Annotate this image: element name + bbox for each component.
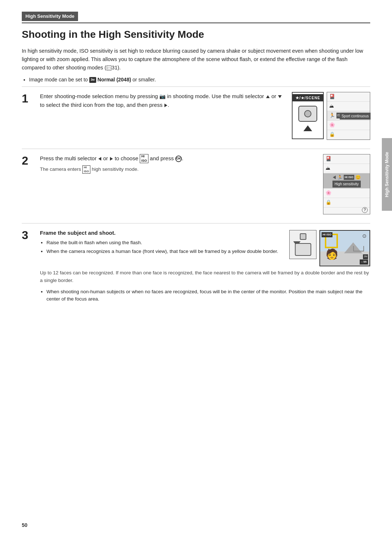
step2-tri-left: [333, 176, 336, 179]
step2-lock-icon: 🔒: [326, 199, 331, 206]
step-1: 1 Enter shooting-mode selection menu by …: [22, 86, 370, 140]
step-3-content-row: Frame the subject and shoot. Raise the b…: [40, 229, 370, 266]
step-2-text: Press the multi selector or to choose HI…: [40, 154, 317, 174]
hi-iso-inline-icon: HIISO: [82, 165, 90, 174]
flash-diagram: [289, 230, 317, 259]
scene-boat: [353, 246, 364, 251]
scene-top-bar: ★/★/SCENE: [293, 94, 323, 102]
step-3-diagrams: 🧑 HI ISO ⊙ 3M □ 55: [289, 230, 370, 266]
step-3-bullet-2: When the camera recognizes a human face …: [46, 248, 283, 255]
step-1-content-row: Enter shooting-mode selection menu by pr…: [40, 92, 370, 140]
page-container: High Sensitivity Mode Shooting in the Hi…: [0, 0, 392, 540]
ok-button-icon: OK: [175, 156, 182, 162]
page-number: 50: [22, 521, 28, 529]
icon-row-5: 🔒: [327, 130, 370, 140]
step-3-title: Frame the subject and shoot.: [40, 229, 283, 237]
high-sensitivity-tooltip: High sensitivity: [332, 181, 361, 188]
step-3-extra-text: Up to 12 faces can be recognized. If mor…: [40, 269, 370, 285]
tri-left-icon: [98, 157, 101, 161]
step-2-content-row: Press the multi selector or to choose HI…: [40, 154, 370, 214]
step2-icon-portrait: 🎴: [326, 155, 331, 162]
question-mark-icon: ?: [362, 207, 368, 213]
cam-count-prefix: □: [361, 261, 363, 263]
image-mode-bold: Normal (2048): [98, 77, 131, 82]
step2-icon-landscape: ⛰: [326, 165, 330, 172]
step-1-text: Enter shooting-mode selection menu by pr…: [40, 92, 283, 111]
icon-lock: 🔒: [329, 131, 335, 138]
icon-row-1: 🎴: [327, 92, 370, 102]
flash-head: [300, 233, 306, 240]
side-tab: High Sensitivity Mode: [382, 138, 392, 211]
side-tab-label: High Sensitivity Mode: [384, 152, 390, 197]
step-2-body: Press the multi selector or to choose HI…: [40, 154, 370, 214]
icon-camera-small: 🎴: [329, 93, 335, 100]
step2-icon-row-5: 🔒: [323, 198, 370, 207]
scene-person: 🧑: [326, 247, 338, 262]
step2-hi-iso-small: HI ISO: [344, 175, 354, 180]
flash-body: [295, 243, 311, 256]
intro-text-main: In high sensitivity mode, ISO sensitivit…: [22, 48, 363, 70]
step-1-body: Enter shooting-mode selection menu by pr…: [40, 92, 370, 140]
step2-sport-icon: 🏃: [337, 174, 343, 181]
camera-icon: 📷: [159, 93, 166, 101]
icon-row-2: ⛰: [327, 102, 370, 111]
page-title: Shooting in the High Sensitivity Mode: [22, 28, 370, 41]
cam-shot-count: □ 55: [360, 259, 368, 265]
triangle-up-icon: [266, 95, 270, 98]
step-1-number: 1: [22, 93, 40, 140]
scene-camera-lens: [304, 110, 311, 117]
step-2-desc: The camera enters HIISO high sensitivity…: [40, 165, 317, 174]
icon-flower: 🌸: [329, 121, 335, 129]
section-header: High Sensitivity Mode: [22, 12, 370, 23]
step-2: 2 Press the multi selector or to choose …: [22, 149, 370, 214]
cam-bottom-right-info: 3M □ 55: [360, 254, 368, 265]
step2-face-icon: 😊: [355, 174, 361, 181]
step2-panel-footer: ?: [323, 207, 370, 214]
step-3-number: 3: [22, 229, 40, 305]
section-header-title: High Sensitivity Mode: [22, 12, 78, 21]
intro-end: ).: [118, 65, 121, 70]
step-2-title: Press the multi selector or to choose HI…: [40, 154, 317, 164]
sport-continuous-tooltip: Sport continuous: [340, 113, 371, 120]
step2-icon-row-1: 🎴: [323, 154, 370, 164]
scene-selector-diagram: ★/★/SCENE: [292, 92, 324, 139]
icon-row-3-highlighted: 🏃 ISO 😊 Sport continuous: [327, 111, 370, 121]
intro-ref: 31: [112, 65, 118, 70]
intro-book-icon: □: [107, 65, 111, 70]
normal-icon: 3M: [89, 77, 96, 83]
step-2-number: 2: [22, 155, 40, 214]
icon-landscape: ⛰: [329, 102, 334, 110]
step-3-final-bullets: When shooting non-human subjects or when…: [46, 288, 370, 303]
step2-icon-row-2: ⛰: [323, 164, 370, 173]
step-3-body: Frame the subject and shoot. Raise the b…: [40, 229, 370, 305]
step-3: 3 Frame the subject and shoot. Raise the…: [22, 223, 370, 305]
step2-icon-row-3-active: 🏃 HI ISO 😊 High sensitivity: [323, 173, 370, 189]
tri-right-icon-2: [110, 157, 113, 161]
scene-camera-body: [298, 106, 317, 122]
step-2-panel: 🎴 ⛰ 🏃 HI ISO 😊: [323, 154, 370, 214]
step-3-bullet-1: Raise the built-in flash when using the …: [46, 239, 283, 247]
step2-active-icons: 🏃 HI ISO 😊: [332, 174, 360, 181]
scene-star-icon: ★/: [295, 96, 301, 100]
cam-3m-label: 3M: [363, 254, 368, 259]
image-mode-bullet-item: Image mode can be set to 3M Normal (2048…: [29, 76, 370, 84]
triangle-down-icon: [278, 95, 282, 98]
step-1-diagrams: ★/★/SCENE 🎴: [292, 92, 370, 140]
icon-row-4: 🌸: [327, 121, 370, 130]
step-3-text: Frame the subject and shoot. Raise the b…: [40, 229, 283, 257]
step2-flower-icon: 🌸: [326, 189, 331, 197]
scene-arrow-up-icon: [303, 125, 312, 131]
cam-hi-iso-badge: HI ISO: [322, 232, 332, 237]
main-content: High Sensitivity Mode Shooting in the Hi…: [0, 0, 392, 540]
camera-display: 🧑 HI ISO ⊙ 3M □ 55: [319, 230, 370, 266]
step-1-icon-menu: 🎴 ⛰ 🏃 ISO 😊: [327, 92, 370, 140]
icon-sport: 🏃: [329, 112, 335, 119]
step-3-final-bullet: When shooting non-human subjects or when…: [46, 288, 370, 303]
intro-paragraph: In high sensitivity mode, ISO sensitivit…: [22, 47, 370, 72]
step2-icon-row-4: 🌸: [323, 189, 370, 198]
cam-top-right-icons: ⊙: [362, 232, 367, 240]
step-3-bullets: Raise the built-in flash when using the …: [46, 239, 283, 255]
hi-iso-badge: HIISO: [140, 154, 148, 163]
triangle-right-icon: [164, 104, 167, 107]
step-1-title: Enter shooting-mode selection menu by pr…: [40, 92, 283, 109]
